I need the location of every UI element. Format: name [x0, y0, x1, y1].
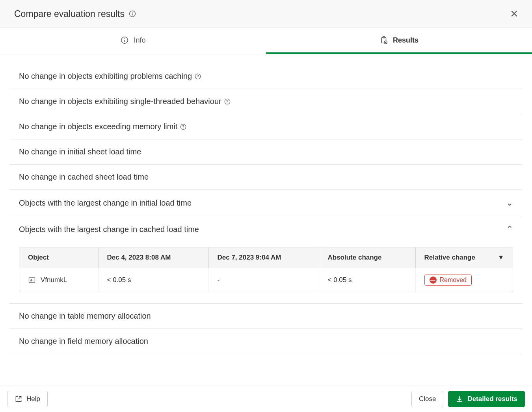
help-icon[interactable]: [194, 73, 201, 80]
section-cached-sheet-label: No change in cached sheet load time: [19, 173, 149, 182]
section-memory-limit[interactable]: No change in objects exceeding memory li…: [9, 114, 523, 139]
chevron-down-icon: ⌄: [506, 198, 513, 208]
section-table-memory-label: No change in table memory allocation: [19, 312, 151, 321]
section-cached-load[interactable]: Objects with the largest change in cache…: [9, 216, 523, 242]
help-button[interactable]: Help: [7, 391, 48, 407]
cell-time1: < 0.05 s: [98, 268, 208, 292]
tab-info-label: Info: [134, 36, 145, 45]
section-threaded[interactable]: No change in objects exhibiting single-t…: [9, 89, 523, 114]
detailed-label: Detailed results: [467, 395, 517, 403]
info-icon[interactable]: [128, 10, 136, 18]
dialog-title-wrap: Compare evaluation results: [14, 9, 136, 19]
col-time2[interactable]: Dec 7, 2023 9:04 AM: [208, 247, 319, 268]
svg-point-2: [132, 12, 132, 13]
svg-rect-15: [29, 278, 35, 282]
col-relative[interactable]: Relative change ▼: [415, 247, 513, 268]
section-caching-label: No change in objects exhibiting problems…: [19, 72, 192, 81]
help-label: Help: [26, 395, 40, 403]
removed-label: Removed: [440, 277, 467, 284]
section-cached-load-label: Objects with the largest change in cache…: [19, 225, 199, 234]
clipboard-check-icon: [379, 36, 388, 45]
section-initial-load[interactable]: Objects with the largest change in initi…: [9, 190, 523, 216]
svg-point-10: [198, 78, 198, 78]
tabs: Info Results: [0, 28, 532, 54]
col-relative-label: Relative change: [424, 254, 475, 262]
section-initial-sheet-label: No change in initial sheet load time: [19, 147, 141, 156]
section-caching[interactable]: No change in objects exhibiting problems…: [9, 64, 523, 89]
col-object[interactable]: Object: [19, 247, 98, 268]
tab-results-label: Results: [393, 36, 419, 45]
download-icon: [456, 395, 463, 403]
col-absolute[interactable]: Absolute change: [319, 247, 415, 268]
section-field-memory-label: No change in field memory allocation: [19, 337, 148, 346]
cell-abs: < 0.05 s: [319, 268, 415, 292]
section-cached-sheet[interactable]: No change in cached sheet load time: [9, 165, 523, 190]
section-memory-limit-label: No change in objects exceeding memory li…: [19, 122, 177, 131]
chevron-up-icon: ⌃: [506, 224, 513, 234]
dialog-title: Compare evaluation results: [14, 9, 125, 19]
barchart-icon: [28, 276, 36, 284]
section-table-memory[interactable]: No change in table memory allocation: [9, 303, 523, 329]
removed-badge: — Removed: [424, 275, 472, 286]
section-initial-sheet[interactable]: No change in initial sheet load time: [9, 139, 523, 165]
tab-results[interactable]: Results: [266, 28, 532, 54]
svg-point-14: [183, 128, 184, 128]
tab-info[interactable]: Info: [0, 28, 266, 54]
cached-load-table: Object Dec 4, 2023 8:08 AM Dec 7, 2023 9…: [19, 247, 513, 292]
svg-point-12: [227, 103, 227, 103]
close-icon[interactable]: ✕: [508, 7, 520, 20]
table-row[interactable]: VfnumkL < 0.05 s - < 0.05 s — Removed: [19, 268, 513, 292]
help-icon[interactable]: [180, 123, 187, 130]
cell-object: VfnumkL: [19, 268, 98, 292]
section-initial-load-label: Objects with the largest change in initi…: [19, 199, 192, 208]
external-link-icon: [15, 395, 22, 403]
close-label: Close: [419, 395, 436, 403]
detailed-results-button[interactable]: Detailed results: [448, 391, 525, 407]
cell-object-text: VfnumkL: [41, 276, 67, 284]
close-button[interactable]: Close: [411, 391, 443, 407]
info-icon: [120, 36, 129, 45]
removed-icon: —: [430, 277, 437, 284]
table-header-row: Object Dec 4, 2023 8:08 AM Dec 7, 2023 9…: [19, 247, 513, 268]
col-time1[interactable]: Dec 4, 2023 8:08 AM: [98, 247, 208, 268]
dialog-header: Compare evaluation results ✕: [0, 0, 532, 28]
dialog-footer: Help Close Detailed results: [0, 386, 532, 412]
content-area: No change in objects exhibiting problems…: [0, 54, 532, 386]
help-icon[interactable]: [224, 98, 231, 105]
footer-actions: Close Detailed results: [411, 391, 525, 407]
svg-point-5: [125, 38, 125, 39]
sort-desc-icon: ▼: [498, 254, 504, 261]
section-threaded-label: No change in objects exhibiting single-t…: [19, 97, 221, 106]
section-field-memory[interactable]: No change in field memory allocation: [9, 329, 523, 354]
cell-time2: -: [208, 268, 319, 292]
cell-rel: — Removed: [415, 268, 513, 292]
